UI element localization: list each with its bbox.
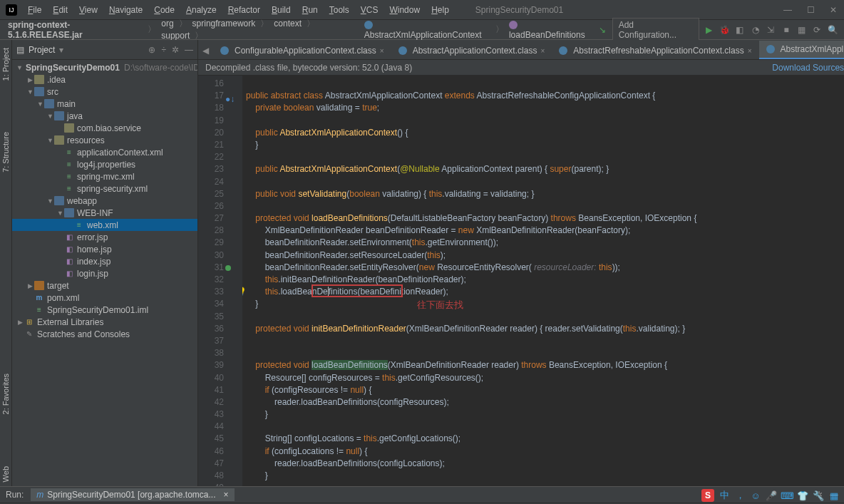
run-tab[interactable]: mSpringSecurityDemo01 [org.apache.tomca.… — [31, 488, 234, 501]
run-label: Run: — [6, 490, 24, 500]
tray-tool-icon[interactable]: 🔧 — [813, 490, 824, 501]
tray-skin-icon[interactable]: 👕 — [797, 490, 808, 501]
menu-vcs[interactable]: VCS — [356, 3, 384, 17]
menu-build[interactable]: Build — [267, 3, 296, 17]
debug-icon[interactable]: 🐞 — [719, 24, 730, 36]
project-title: SpringSecurityDemo01 — [475, 5, 563, 15]
collapse-icon[interactable]: ÷ — [161, 45, 166, 55]
tray-punct-icon[interactable]: ， — [734, 490, 746, 501]
tree-node[interactable]: com.biao.service — [12, 122, 197, 134]
editor-tabs: ◀ ConfigurableApplicationContext.class×A… — [198, 40, 844, 60]
tree-node[interactable]: ≡applicationContext.xml — [12, 146, 197, 158]
vcs-icon[interactable]: ▦ — [796, 24, 808, 36]
tray-emoji-icon[interactable]: ☺ — [750, 490, 761, 501]
tray-grid-icon[interactable]: ▦ — [828, 490, 840, 501]
decompile-info-bar: Decompiled .class file, bytecode version… — [198, 60, 844, 76]
build-icon[interactable]: ↘ — [597, 24, 608, 36]
chevron-down-icon[interactable]: ▾ — [59, 45, 63, 55]
add-configuration-button[interactable]: Add Configuration... — [612, 18, 699, 42]
editor-area: ◀ ConfigurableApplicationContext.class×A… — [198, 40, 844, 486]
coverage-icon[interactable]: ◧ — [734, 24, 746, 36]
window-controls: — ☐ ✕ — [783, 5, 838, 15]
editor-tab[interactable]: AbstractApplicationContext.class× — [391, 42, 552, 59]
vtab-web[interactable]: Web — [0, 462, 11, 486]
vtab-structure[interactable]: 7: Structure — [0, 128, 11, 177]
sogou-ime-icon[interactable]: S — [701, 489, 714, 502]
editor-tab[interactable]: ConfigurableApplicationContext.class× — [213, 42, 391, 59]
menu-file[interactable]: File — [23, 3, 46, 17]
tree-node[interactable]: ▶target — [12, 279, 197, 292]
close-button[interactable]: ✕ — [828, 5, 838, 15]
crumb-jar[interactable]: spring-context-5.1.6.RELEASE.jar — [6, 20, 145, 40]
main-area: 1: Project 7: Structure 2: Favorites Web… — [0, 40, 844, 486]
code-content[interactable]: public abstract class AbstractXmlApplica… — [242, 76, 844, 486]
update-icon[interactable]: ⟳ — [812, 24, 823, 36]
panel-title: Project — [29, 45, 55, 55]
tree-node[interactable]: ▼java — [12, 110, 197, 122]
menu-edit[interactable]: Edit — [48, 3, 73, 17]
project-tree[interactable]: ▼SpringSecurityDemo01D:\software-code\ID… — [12, 60, 197, 486]
search-icon[interactable]: 🔍 — [827, 24, 838, 36]
tray-keyboard-icon[interactable]: ⌨ — [781, 490, 793, 501]
editor-tab[interactable]: AbstractXmlApplicationContext.class× — [759, 41, 844, 59]
crumb-org[interactable]: org — [159, 19, 175, 29]
tree-node[interactable]: ▼WEB-INF — [12, 207, 197, 219]
tree-node[interactable]: ≡log4j.properties — [12, 158, 197, 170]
menu-navigate[interactable]: Navigate — [104, 3, 148, 17]
menu-tools[interactable]: Tools — [324, 3, 354, 17]
tree-node[interactable]: ▶⊞External Libraries — [12, 316, 197, 328]
tree-node[interactable]: ▼resources — [12, 134, 197, 146]
main-menu: FileEditViewNavigateCodeAnalyzeRefactorB… — [23, 3, 454, 17]
tree-node[interactable]: ≡SpringSecurityDemo01.iml — [12, 304, 197, 316]
breadcrumb-bar: spring-context-5.1.6.RELEASE.jar 〉 org〉s… — [0, 20, 844, 40]
maximize-button[interactable]: ☐ — [806, 5, 815, 15]
tree-node[interactable]: ◧home.jsp — [12, 243, 197, 255]
app-icon: IJ — [6, 4, 17, 16]
fold-gutter — [232, 76, 242, 486]
menu-code[interactable]: Code — [149, 3, 180, 17]
tree-node[interactable]: mpom.xml — [12, 292, 197, 304]
left-tool-stripe: 1: Project 7: Structure 2: Favorites Web — [0, 40, 12, 486]
tree-node[interactable]: ▼webapp — [12, 195, 197, 207]
minimize-button[interactable]: — — [783, 5, 793, 15]
tree-node[interactable]: ≡spring-mvc.xml — [12, 170, 197, 182]
editor-tab[interactable]: AbstractRefreshableApplicationContext.cl… — [552, 42, 758, 59]
tree-node[interactable]: ◧error.jsp — [12, 231, 197, 243]
download-sources-link[interactable]: Download Sources — [772, 63, 844, 73]
menu-run[interactable]: Run — [297, 3, 323, 17]
menu-window[interactable]: Window — [384, 3, 425, 17]
tree-node[interactable]: ▼main — [12, 98, 197, 110]
tray-mic-icon[interactable]: 🎤 — [766, 490, 777, 501]
info-message: Decompiled .class file, bytecode version… — [205, 63, 412, 73]
vtab-favorites[interactable]: 2: Favorites — [0, 369, 11, 418]
profile-icon[interactable]: ◔ — [750, 24, 761, 36]
tree-node[interactable]: ≡web.xml — [12, 219, 197, 231]
tab-prev-icon[interactable]: ◀ — [198, 42, 213, 59]
ime-lang-icon[interactable]: 中 — [719, 490, 730, 501]
tree-node[interactable]: ▼SpringSecurityDemo01D:\software-code\ID… — [12, 61, 197, 73]
code-area[interactable]: 1617●↓1819202122232425262728293031323334… — [198, 76, 844, 486]
attach-icon[interactable]: ⇲ — [766, 24, 777, 36]
crumb-support[interactable]: support — [159, 31, 192, 41]
vtab-project[interactable]: 1: Project — [0, 43, 11, 85]
tree-node[interactable]: ▼src — [12, 86, 197, 98]
tree-node[interactable]: ◧index.jsp — [12, 255, 197, 267]
tree-node[interactable]: ◧login.jsp — [12, 267, 197, 279]
tree-node[interactable]: ✎Scratches and Consoles — [12, 328, 197, 340]
gear-icon[interactable]: ✲ — [172, 45, 179, 55]
menu-view[interactable]: View — [74, 3, 103, 17]
tree-node[interactable]: ≡spring-security.xml — [12, 182, 197, 195]
crumb-context[interactable]: context — [272, 19, 304, 29]
menu-help[interactable]: Help — [426, 3, 454, 17]
locate-icon[interactable]: ⊕ — [148, 45, 155, 55]
menu-analyze[interactable]: Analyze — [181, 3, 222, 17]
tree-node[interactable]: ▶.idea — [12, 73, 197, 86]
menu-refactor[interactable]: Refactor — [223, 3, 265, 17]
run-icon[interactable]: ▶ — [704, 24, 715, 36]
project-panel: ▤ Project ▾ ⊕ ÷ ✲ — ▼SpringSecurityDemo0… — [12, 40, 198, 486]
hide-icon[interactable]: — — [185, 45, 193, 55]
crumb-method[interactable]: loadBeanDefinitions — [507, 20, 597, 40]
stop-icon[interactable]: ■ — [781, 24, 792, 36]
crumb-class[interactable]: AbstractXmlApplicationContext — [362, 20, 493, 40]
crumb-springframework[interactable]: springframework — [190, 19, 258, 29]
